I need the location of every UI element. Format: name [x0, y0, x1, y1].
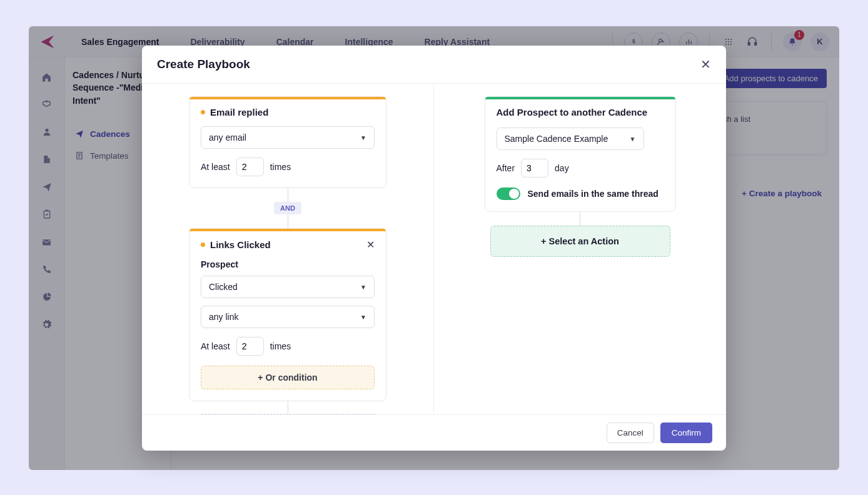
- cancel-button[interactable]: Cancel: [607, 422, 654, 443]
- connector: [580, 212, 580, 226]
- condition-card-links-clicked: Links Clicked ✕ Prospect Clicked ▼ any l…: [189, 228, 386, 401]
- same-thread-toggle[interactable]: [497, 188, 520, 200]
- link-select[interactable]: any link ▼: [201, 306, 375, 328]
- times-label: times: [270, 341, 291, 351]
- condition-title: Links Clicked: [210, 239, 271, 250]
- and-operator: AND: [274, 202, 301, 214]
- status-dot: [201, 242, 205, 247]
- chevron-down-icon: ▼: [360, 314, 366, 321]
- after-label: After: [497, 163, 515, 173]
- select-value: any email: [209, 132, 246, 142]
- select-value: any link: [209, 312, 238, 322]
- count-input[interactable]: [236, 337, 264, 356]
- action-card-add-to-cadence: Add Prospect to another Cadence Sample C…: [485, 96, 676, 212]
- connector: [288, 401, 288, 414]
- select-action-button[interactable]: + Select an Action: [490, 226, 670, 257]
- connector: [288, 188, 288, 202]
- action-title: Add Prospect to another Cadence: [497, 107, 648, 118]
- status-dot: [201, 110, 205, 114]
- count-input[interactable]: [236, 158, 264, 176]
- select-value: Sample Cadence Example: [505, 134, 608, 144]
- confirm-button[interactable]: Confirm: [660, 422, 712, 443]
- chevron-down-icon: ▼: [630, 136, 636, 142]
- connector: [288, 214, 288, 228]
- close-icon[interactable]: ✕: [700, 57, 711, 72]
- cadence-select[interactable]: Sample Cadence Example ▼: [497, 128, 644, 150]
- chevron-down-icon: ▼: [360, 284, 366, 291]
- actions-pane: Add Prospect to another Cadence Sample C…: [434, 84, 726, 414]
- conditions-pane: Email replied any email ▼ At least times…: [142, 84, 434, 414]
- day-label: day: [555, 163, 569, 173]
- chevron-down-icon: ▼: [360, 134, 366, 141]
- prospect-label: Prospect: [201, 259, 375, 269]
- times-label: times: [270, 162, 291, 172]
- modal-title: Create Playbook: [157, 58, 250, 71]
- toggle-label: Send emails in the same thread: [528, 189, 659, 199]
- at-least-label: At least: [201, 341, 230, 351]
- select-value: Clicked: [209, 282, 238, 292]
- close-icon[interactable]: ✕: [366, 239, 375, 251]
- or-condition-button[interactable]: + Or condition: [201, 366, 375, 389]
- email-select[interactable]: any email ▼: [201, 126, 375, 149]
- clicked-select[interactable]: Clicked ▼: [201, 276, 375, 298]
- days-input[interactable]: [521, 159, 548, 178]
- condition-title: Email replied: [210, 107, 268, 118]
- create-playbook-modal: Create Playbook ✕ Email replied any emai…: [142, 46, 726, 451]
- condition-card-email-replied: Email replied any email ▼ At least times: [189, 96, 386, 188]
- at-least-label: At least: [201, 162, 230, 172]
